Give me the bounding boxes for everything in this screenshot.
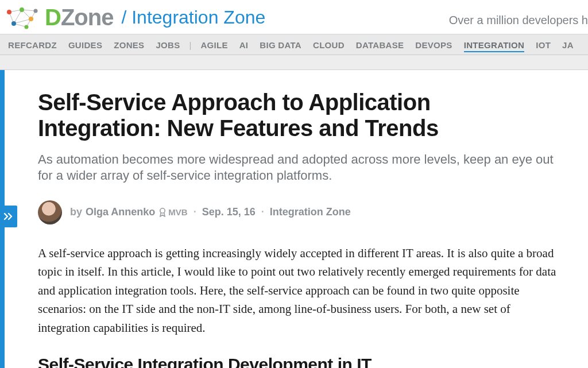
- nav-item-integration[interactable]: INTEGRATION: [464, 40, 525, 52]
- svg-point-10: [20, 7, 24, 12]
- logo-letter-d: D: [45, 5, 61, 30]
- sub-nav-strip: [0, 55, 588, 70]
- logo-text: DZone: [45, 5, 113, 30]
- author-avatar[interactable]: [38, 200, 62, 224]
- header: DZone / Integration Zone Over a million …: [0, 0, 588, 34]
- logo-letter-zone: Zone: [61, 5, 114, 30]
- breadcrumb[interactable]: / Integration Zone: [121, 7, 265, 28]
- nav-item-jobs[interactable]: JOBS: [156, 40, 180, 50]
- nav-item-database[interactable]: DATABASE: [356, 40, 404, 50]
- chevron-double-right-icon: [3, 212, 14, 220]
- nav-item-iot[interactable]: IOT: [536, 40, 551, 50]
- zone-link[interactable]: Integration Zone: [270, 206, 351, 218]
- nav-item-ai[interactable]: AI: [239, 40, 249, 50]
- byline-separator: ·: [261, 206, 264, 218]
- article: Self-Service Approach to Application Int…: [0, 70, 588, 368]
- nav-item-guides[interactable]: GUIDES: [68, 40, 102, 50]
- article-subtitle: As automation becomes more widespread an…: [38, 152, 559, 184]
- expand-handle[interactable]: [0, 206, 17, 227]
- svg-point-13: [34, 9, 38, 13]
- top-nav: REFCARDZGUIDESZONESJOBS | AGILEAIBIG DAT…: [0, 34, 588, 55]
- article-paragraph: A self-service approach is getting incre…: [38, 244, 559, 338]
- nav-item-devops[interactable]: DEVOPS: [415, 40, 452, 50]
- by-label: by: [70, 206, 82, 218]
- logo-graph-icon: [6, 6, 39, 29]
- section-heading: Self-Service Integration Development in …: [38, 355, 559, 368]
- nav-item-zones[interactable]: ZONES: [114, 40, 144, 50]
- site-logo[interactable]: DZone: [6, 5, 113, 30]
- svg-point-12: [29, 17, 33, 21]
- svg-point-11: [11, 21, 16, 26]
- nav-item-cloud[interactable]: CLOUD: [313, 40, 345, 50]
- svg-point-15: [160, 208, 165, 213]
- nav-item-refcardz[interactable]: REFCARDZ: [8, 40, 57, 50]
- mvb-badge: MVB: [158, 207, 187, 217]
- svg-point-9: [7, 10, 11, 14]
- ribbon-icon: [158, 208, 167, 217]
- nav-item-ja[interactable]: JA: [562, 40, 574, 50]
- nav-divider: |: [189, 40, 191, 50]
- tagline: Over a million developers h: [432, 14, 588, 27]
- mvb-label: MVB: [168, 207, 187, 217]
- svg-point-14: [25, 25, 29, 29]
- byline-separator: ·: [194, 206, 196, 218]
- byline: by Olga Annenko MVB · Sep. 15, 16 · Inte…: [38, 200, 559, 224]
- article-title: Self-Service Approach to Application Int…: [38, 90, 559, 141]
- nav-item-agile[interactable]: AGILE: [200, 40, 227, 50]
- author-link[interactable]: Olga Annenko: [86, 206, 155, 218]
- publish-date: Sep. 15, 16: [202, 206, 256, 218]
- nav-item-big-data[interactable]: BIG DATA: [260, 40, 301, 50]
